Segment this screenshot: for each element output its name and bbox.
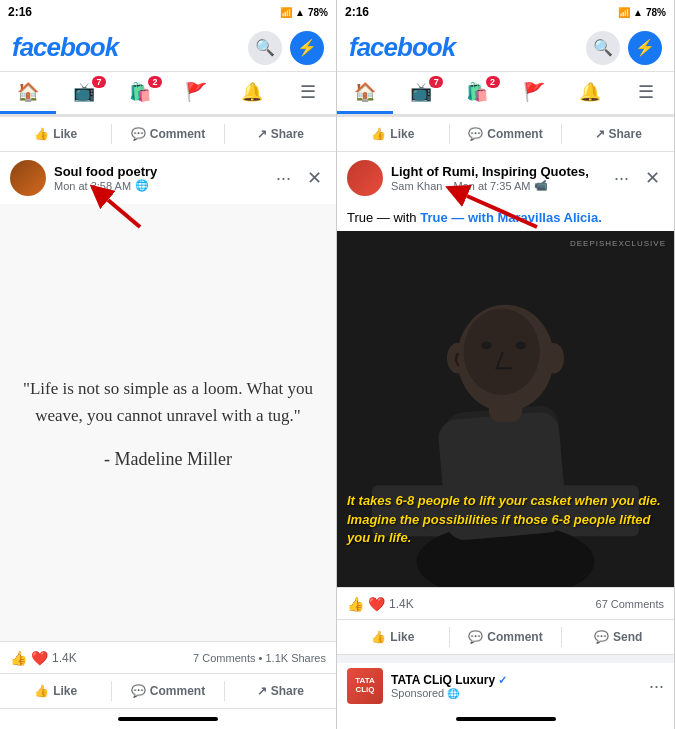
nav-notifications-right[interactable]: 🔔 — [562, 72, 618, 114]
signal-icon-right: 📶 — [618, 7, 630, 18]
like-icon-bottom-right: 👍 — [371, 630, 386, 644]
comment-btn-top-right[interactable]: 💬 Comment — [450, 127, 562, 141]
like-btn-bottom-left[interactable]: 👍 Like — [0, 684, 111, 698]
like-label-top-left: Like — [53, 127, 77, 141]
fb-header-right: facebook 🔍 ⚡ — [337, 24, 674, 72]
quote-content-left: "Life is not so simple as a loom. What y… — [0, 204, 336, 641]
post-right: Light of Rumi, Inspiring Quotes, Sam Kha… — [337, 152, 674, 709]
share-btn-top-left[interactable]: ↗ Share — [225, 127, 336, 141]
nav-bar-right: 🏠 📺 7 🛍️ 2 🚩 🔔 ☰ — [337, 72, 674, 116]
avatar-right — [347, 160, 383, 196]
marketplace-badge-left: 2 — [148, 76, 162, 88]
avatar-left — [10, 160, 46, 196]
nav-menu-right[interactable]: ☰ — [618, 72, 674, 114]
like-icon-bottom-left: 👍 — [34, 684, 49, 698]
top-action-bar-left: 👍 Like 💬 Comment ↗ Share — [0, 116, 336, 152]
post-author-left: Soul food poetry — [54, 164, 264, 179]
search-button-left[interactable]: 🔍 — [248, 31, 282, 65]
fb-header-left: facebook 🔍 ⚡ — [0, 24, 336, 72]
share-icon-top-right: ↗ — [595, 127, 605, 141]
nav-marketplace-left[interactable]: 🛍️ 2 — [112, 72, 168, 114]
reactions-bar-right: 👍 ❤️ 1.4K 67 Comments — [337, 587, 674, 619]
comment-label-bottom-right: Comment — [487, 630, 542, 644]
flag-icon-left: 🚩 — [185, 81, 207, 103]
wifi-icon: ▲ — [295, 7, 305, 18]
nav-marketplace-right[interactable]: 🛍️ 2 — [449, 72, 505, 114]
send-label-bottom-right: Send — [613, 630, 642, 644]
person-tag[interactable]: True — with Maravillas Alicia. — [420, 210, 602, 225]
share-label-top-left: Share — [271, 127, 304, 141]
top-action-bar-right: 👍 Like 💬 Comment ↗ Share — [337, 116, 674, 152]
post-author-right: Light of Rumi, Inspiring Quotes, — [391, 164, 602, 179]
phone-left: 2:16 📶 ▲ 78% facebook 🔍 ⚡ 🏠 — [0, 0, 337, 729]
home-bar-right — [456, 717, 556, 721]
like-icon-top-left: 👍 — [34, 127, 49, 141]
video-icon-right: 📹 — [534, 179, 548, 192]
image-quote: It takes 6-8 people to lift your casket … — [347, 492, 664, 547]
post-close-left[interactable]: ✕ — [303, 163, 326, 193]
marketplace-badge-right: 2 — [486, 76, 500, 88]
home-indicator-left — [0, 709, 336, 729]
comment-label-top-right: Comment — [487, 127, 542, 141]
nav-notifications-left[interactable]: 🔔 — [224, 72, 280, 114]
bell-icon-left: 🔔 — [241, 81, 263, 103]
reactions-count-right: 1.4K — [389, 597, 414, 611]
post-text-content: True — with — [347, 210, 420, 225]
nav-pages-right[interactable]: 🚩 — [506, 72, 562, 114]
search-icon-right: 🔍 — [593, 38, 613, 57]
comment-icon-bottom-left: 💬 — [131, 684, 146, 698]
status-bar-right: 2:16 📶 ▲ 78% — [337, 0, 674, 24]
home-indicator-right — [337, 709, 674, 729]
status-icons-left: 📶 ▲ 78% — [280, 7, 328, 18]
messenger-button-left[interactable]: ⚡ — [290, 31, 324, 65]
nav-home-left[interactable]: 🏠 — [0, 72, 56, 114]
flag-icon-right: 🚩 — [523, 81, 545, 103]
battery-icon-right: 78% — [646, 7, 666, 18]
post-more-left[interactable]: ··· — [272, 164, 295, 193]
mini-sponsored-right: Sponsored 🌐 — [391, 687, 641, 699]
nav-pages-left[interactable]: 🚩 — [168, 72, 224, 114]
share-label-top-right: Share — [609, 127, 642, 141]
mini-avatar-right: TATACLiQ — [347, 668, 383, 704]
like-btn-bottom-right[interactable]: 👍 Like — [337, 630, 449, 644]
comments-count-right: 67 Comments — [596, 598, 664, 610]
svg-point-15 — [516, 342, 526, 350]
quote-text-left: "Life is not so simple as a loom. What y… — [20, 375, 316, 429]
messenger-icon-left: ⚡ — [297, 38, 317, 57]
like-emoji-right: 👍 — [347, 596, 364, 612]
portrait-bg: DEEPISHEXCLUSIVE It takes 6-8 people to … — [337, 231, 674, 587]
home-icon-right: 🏠 — [354, 81, 376, 103]
comment-btn-bottom-left[interactable]: 💬 Comment — [112, 684, 223, 698]
comment-icon-top-right: 💬 — [468, 127, 483, 141]
like-label-bottom-left: Like — [53, 684, 77, 698]
phone-right: 2:16 📶 ▲ 78% facebook 🔍 ⚡ 🏠 — [337, 0, 674, 729]
send-btn-bottom-right[interactable]: 💬 Send — [562, 630, 674, 644]
comment-label-bottom-left: Comment — [150, 684, 205, 698]
like-btn-top-left[interactable]: 👍 Like — [0, 127, 111, 141]
nav-home-right[interactable]: 🏠 — [337, 72, 393, 114]
heart-emoji-right: ❤️ — [368, 596, 385, 612]
post-close-right[interactable]: ✕ — [641, 163, 664, 193]
comment-btn-bottom-right[interactable]: 💬 Comment — [450, 630, 562, 644]
comments-count-left: 7 Comments — [193, 652, 255, 664]
marketplace-icon-right: 🛍️ — [466, 81, 488, 103]
fb-header-icons-left: 🔍 ⚡ — [248, 31, 324, 65]
search-button-right[interactable]: 🔍 — [586, 31, 620, 65]
nav-watch-left[interactable]: 📺 7 — [56, 72, 112, 114]
nav-bar-left: 🏠 📺 7 🛍️ 2 🚩 🔔 ☰ — [0, 72, 336, 116]
fb-header-icons-right: 🔍 ⚡ — [586, 31, 662, 65]
status-bar-left: 2:16 📶 ▲ 78% — [0, 0, 336, 24]
like-label-bottom-right: Like — [390, 630, 414, 644]
nav-watch-right[interactable]: 📺 7 — [393, 72, 449, 114]
status-icons-right: 📶 ▲ 78% — [618, 7, 666, 18]
share-btn-bottom-left[interactable]: ↗ Share — [225, 684, 336, 698]
nav-menu-left[interactable]: ☰ — [280, 72, 336, 114]
mini-more-right[interactable]: ··· — [649, 676, 664, 697]
like-btn-top-right[interactable]: 👍 Like — [337, 127, 449, 141]
comment-btn-top-left[interactable]: 💬 Comment — [112, 127, 223, 141]
post-meta-left: Soul food poetry Mon at 3:58 AM 🌐 — [54, 164, 264, 192]
share-btn-top-right[interactable]: ↗ Share — [562, 127, 674, 141]
post-more-right[interactable]: ··· — [610, 164, 633, 193]
post-image-right: DEEPISHEXCLUSIVE It takes 6-8 people to … — [337, 231, 674, 587]
messenger-button-right[interactable]: ⚡ — [628, 31, 662, 65]
